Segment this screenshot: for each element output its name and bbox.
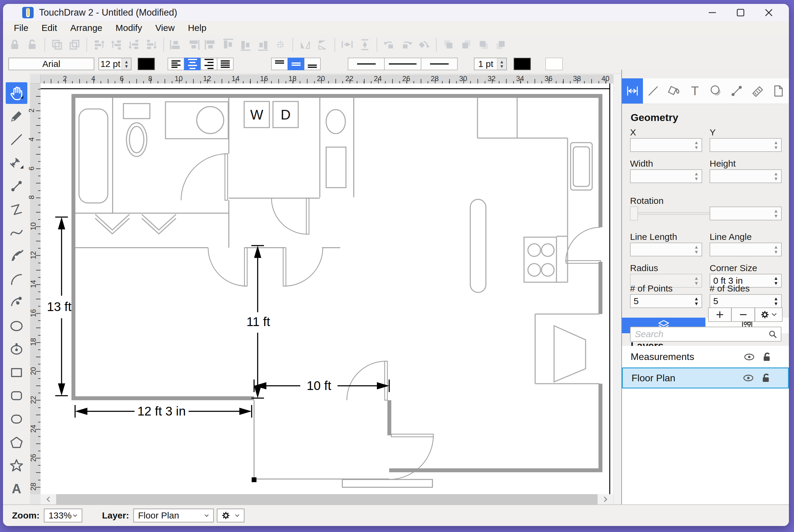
entry-step[interactable] bbox=[342, 479, 432, 487]
align-center-icon[interactable] bbox=[187, 38, 200, 51]
vertical-scrollbar[interactable] bbox=[613, 74, 621, 505]
points-spinner[interactable]: ▲▼ bbox=[691, 295, 701, 307]
tab-shadow[interactable] bbox=[705, 78, 726, 103]
send-back-icon[interactable] bbox=[494, 38, 508, 51]
ungroup-icon[interactable] bbox=[68, 38, 81, 51]
refrigerator[interactable] bbox=[571, 142, 592, 190]
distribute-center-icon[interactable] bbox=[110, 38, 123, 51]
valign-top-button[interactable] bbox=[271, 58, 288, 70]
width-input[interactable]: ▲▼ bbox=[630, 169, 702, 183]
tool-pencil[interactable] bbox=[6, 106, 27, 127]
tool-connector[interactable] bbox=[6, 175, 27, 197]
distribute-left-icon[interactable] bbox=[93, 38, 106, 51]
visibility-eye-icon[interactable] bbox=[743, 374, 754, 382]
y-input[interactable]: ▲▼ bbox=[710, 138, 782, 152]
tool-text[interactable]: A bbox=[6, 478, 27, 500]
unlock-icon[interactable] bbox=[26, 38, 39, 51]
toilet-tank[interactable] bbox=[124, 103, 150, 119]
bathtub[interactable] bbox=[79, 109, 108, 203]
scroll-right-button[interactable] bbox=[598, 494, 613, 505]
height-spinner[interactable]: ▲▼ bbox=[771, 170, 781, 183]
tool-center-ellipse[interactable] bbox=[6, 338, 27, 360]
align-text-justify-button[interactable] bbox=[217, 58, 234, 70]
distribute-bottom-icon[interactable] bbox=[145, 38, 158, 51]
line-end-style-button[interactable] bbox=[421, 58, 458, 70]
line-length-spinner[interactable]: ▲▼ bbox=[691, 243, 701, 256]
x-input[interactable]: ▲▼ bbox=[630, 138, 702, 152]
layer-row-floor-plan[interactable]: Floor Plan bbox=[622, 367, 789, 388]
scroll-left-button[interactable] bbox=[40, 494, 56, 505]
tab-measure[interactable] bbox=[747, 78, 768, 103]
align-left-icon[interactable] bbox=[169, 38, 183, 51]
width-spinner[interactable]: ▲▼ bbox=[691, 170, 701, 183]
font-family-select[interactable]: Arial bbox=[8, 58, 94, 70]
valign-bottom-button[interactable] bbox=[304, 58, 321, 70]
align-text-left-button[interactable] bbox=[168, 58, 184, 70]
equal-height-icon[interactable] bbox=[358, 38, 371, 51]
dimension-lines[interactable] bbox=[55, 217, 389, 418]
bathroom-sink[interactable] bbox=[197, 107, 224, 134]
menu-view[interactable]: View bbox=[155, 23, 174, 33]
points-input[interactable]: ▲▼ bbox=[630, 294, 702, 308]
line-length-value[interactable] bbox=[631, 243, 691, 256]
maximize-button[interactable] bbox=[726, 4, 755, 21]
line-angle-value[interactable] bbox=[710, 243, 771, 256]
tool-polygon[interactable] bbox=[6, 432, 27, 453]
menu-arrange[interactable]: Arrange bbox=[70, 23, 102, 33]
menu-edit[interactable]: Edit bbox=[41, 23, 57, 33]
text-color-well[interactable] bbox=[137, 58, 155, 70]
kitchen-island[interactable] bbox=[470, 200, 486, 292]
title-bar[interactable]: TouchDraw 2 - Untitled (Modified) bbox=[3, 4, 789, 21]
rotate-right-icon[interactable] bbox=[400, 38, 413, 51]
line-pattern-button[interactable] bbox=[384, 58, 421, 70]
font-size-stepper[interactable]: 12 pt ▲▼ bbox=[98, 58, 132, 70]
menu-modify[interactable]: Modify bbox=[116, 23, 142, 33]
distribute-right-icon[interactable] bbox=[127, 38, 140, 51]
sides-value[interactable] bbox=[710, 295, 771, 307]
tool-pen[interactable] bbox=[6, 245, 27, 267]
rotation-slider-track[interactable] bbox=[631, 212, 718, 215]
bring-front-icon[interactable] bbox=[442, 38, 455, 51]
menu-file[interactable]: File bbox=[14, 23, 28, 33]
interior-walls[interactable] bbox=[74, 94, 432, 487]
line-length-input[interactable]: ▲▼ bbox=[630, 243, 702, 256]
y-spinner[interactable]: ▲▼ bbox=[771, 139, 781, 151]
rotate-180-icon[interactable] bbox=[417, 38, 431, 51]
zoom-select[interactable]: 133% bbox=[44, 509, 82, 522]
tool-star[interactable] bbox=[6, 455, 27, 476]
align-bottom-icon[interactable] bbox=[257, 38, 270, 51]
close-button[interactable] bbox=[755, 4, 783, 21]
canvas-viewport[interactable]: 13 ft 11 ft 10 ft 12 ft 3 in W D bbox=[40, 83, 613, 494]
layer-options-button[interactable] bbox=[217, 509, 244, 522]
align-grid-icon[interactable] bbox=[274, 38, 287, 51]
tab-fill[interactable] bbox=[664, 78, 685, 103]
line-start-style-button[interactable] bbox=[348, 58, 384, 70]
align-text-center-button[interactable] bbox=[184, 58, 201, 70]
lock-icon[interactable] bbox=[8, 38, 22, 51]
tool-arc[interactable] bbox=[6, 269, 27, 290]
tool-polyline[interactable] bbox=[6, 199, 27, 220]
bring-forward-icon[interactable] bbox=[459, 38, 473, 51]
tab-connection[interactable] bbox=[726, 78, 748, 103]
tool-rectangle[interactable] bbox=[6, 362, 27, 383]
valign-middle-button[interactable] bbox=[288, 58, 304, 70]
rotate-left-icon[interactable] bbox=[383, 38, 396, 51]
x-spinner[interactable]: ▲▼ bbox=[691, 139, 701, 151]
minimize-button[interactable] bbox=[698, 4, 726, 21]
font-size-arrows[interactable]: ▲▼ bbox=[121, 58, 131, 70]
line-angle-spinner[interactable]: ▲▼ bbox=[771, 243, 781, 256]
height-value[interactable] bbox=[710, 170, 771, 183]
fill-color-well[interactable] bbox=[545, 58, 563, 70]
flip-horizontal-icon[interactable] bbox=[299, 38, 312, 51]
utility-shelf[interactable] bbox=[326, 147, 346, 188]
unlock-icon[interactable] bbox=[761, 373, 770, 383]
remove-layer-button[interactable] bbox=[732, 307, 755, 322]
water-heater[interactable] bbox=[326, 110, 345, 134]
tool-ellipse[interactable] bbox=[6, 315, 27, 337]
horizontal-scrollbar[interactable] bbox=[30, 494, 613, 505]
tool-squircle[interactable] bbox=[6, 408, 27, 430]
tool-dimension[interactable] bbox=[6, 152, 27, 174]
align-middle-icon[interactable] bbox=[239, 38, 252, 51]
tab-stroke[interactable] bbox=[643, 78, 664, 103]
horizontal-scroll-track[interactable] bbox=[56, 494, 598, 505]
